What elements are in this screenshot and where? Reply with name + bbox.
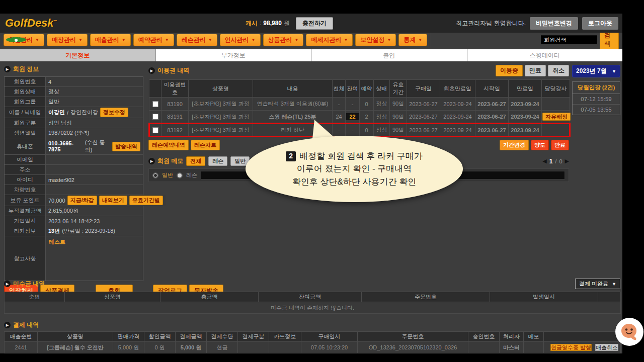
section-arrow-icon: ▶ (148, 67, 155, 74)
menu-hr[interactable]: 인사관리▼ (220, 34, 261, 46)
change-period-button[interactable]: 기간변경 (500, 140, 529, 150)
chat-face-icon (615, 317, 644, 346)
receivables-empty-row: 미수금 내역이 존재하지 않습니다. (5, 302, 621, 314)
receivables-table: 순번 상품명 총금액 잔여금액 주문번호 발생일시 미수금 내역이 존재하지 않… (4, 292, 621, 314)
monthly-visits-box: 당월입장 (2건) 07-12 15:59 07-05 13:55 (572, 81, 620, 115)
cash-info: 캐시 : 98,980 원 충전하기 (246, 14, 333, 33)
chat-widget-button[interactable] (615, 317, 644, 346)
ticket-section-title: 이용권 내역 (157, 66, 189, 75)
remaining-count-badge: 22 (346, 113, 358, 120)
row-checkbox[interactable] (152, 101, 158, 107)
callout-line1: 배정할 회원 검색 후 라커 구매가 (299, 150, 423, 163)
field-note: 참고사항 테스트 (5, 236, 143, 281)
memo-radio-general-label: 일반 (162, 171, 173, 179)
memo-radio-general[interactable] (152, 172, 158, 178)
points-history-button[interactable]: 내역보기 (99, 196, 127, 205)
payments-section: ▶결제 내역 매출순번 상품명 판매가격 할인금액 결제금액 결제수단 결제구분… (4, 321, 620, 353)
field-member-number: 회원번호4 (5, 77, 143, 87)
menu-products[interactable]: 상품관리▼ (263, 34, 304, 46)
menu-messages[interactable]: 메세지관리▼ (306, 34, 353, 46)
lesson-reservation-history-button[interactable]: 레슨예약내역 (148, 140, 189, 150)
callout-line2: 이루어 졌는지 확인 - 구매내역 (297, 162, 412, 175)
tab-extra-info[interactable]: 부가정보 (156, 49, 311, 61)
note-textarea[interactable]: 테스트 (46, 236, 143, 281)
member-search-input[interactable] (541, 35, 597, 44)
memo-filter-lesson[interactable]: 레슨 (208, 156, 227, 166)
chevron-down-icon: ▼ (612, 282, 616, 287)
page-prev-icon[interactable]: ◀ (542, 158, 546, 164)
page-next-icon[interactable]: ▶ (565, 158, 569, 164)
chevron-down-icon: ▼ (35, 38, 39, 42)
tab-basic-info[interactable]: 기본정보 (0, 49, 155, 61)
chevron-down-icon: ▼ (418, 38, 422, 42)
monthly-visits-title: 당월입장 (2건) (573, 82, 620, 94)
memo-radio-lesson[interactable] (177, 172, 183, 178)
field-joined-at: 가입일시2023-06-14 18:42:23 (5, 216, 143, 226)
field-birth: 생년월일19870202 (양력) (5, 128, 143, 138)
field-address: 주소 (5, 165, 143, 175)
app-logo: GolfDesk™ (4, 17, 57, 30)
row-checkbox[interactable] (152, 114, 158, 120)
menu-store[interactable]: 매장관리▼ (47, 34, 88, 46)
visit-entry[interactable]: 07-12 15:59 (573, 94, 620, 105)
tab-entry[interactable]: 출입 (311, 49, 467, 61)
field-total-payment: 누적결제금액2,615,000원 (5, 206, 143, 216)
ticket-row[interactable]: 83190 [초보자P/G] 3개월 과정 연습타석 3개월 이용권(60분) … (149, 98, 570, 111)
chevron-down-icon: ▼ (387, 38, 391, 42)
tab-swing-data[interactable]: 스윙데이터 (467, 49, 623, 61)
row-checkbox[interactable] (152, 127, 158, 133)
free-assign-button[interactable]: 자유배정 (542, 113, 571, 121)
ticket-row-highlighted[interactable]: 83192 [초보자P/G] 3개월 과정 라커 하단 - - 0 정상 90일… (149, 124, 570, 137)
memo-title: 회원 메모 (157, 157, 183, 165)
change-password-button[interactable]: 비밀번호변경 (530, 17, 578, 30)
payment-row[interactable]: 2441 [그룹레슨] 월수 오전반 5,000 원 0 원 5,000 원 현… (5, 342, 621, 353)
instruction-callout: 2 배정할 회원 검색 후 라커 구매가 이루어 졌는지 확인 - 구매내역 확… (246, 136, 463, 202)
send-history-button[interactable]: 발송내역 (112, 142, 140, 151)
chevron-down-icon: ▼ (165, 38, 169, 42)
points-adjust-button[interactable]: 지급/차감 (67, 196, 97, 205)
expire-button[interactable]: 만료 (551, 140, 569, 150)
field-locker: 라커정보 13번(만료일 : 2023-09-18) (5, 226, 143, 236)
visit-entry[interactable]: 07-05 13:55 (573, 105, 620, 115)
receivables-section: ▶미수금 내역 결제 미완료▼ 순번 상품명 총금액 잔여금액 주문번호 발생일… (4, 279, 620, 314)
section-arrow-icon: ▶ (4, 281, 11, 287)
charge-button[interactable]: 충전하기 (296, 17, 333, 30)
menu-security[interactable]: 보안설정▼ (355, 34, 396, 46)
payment-status-select[interactable]: 결제 미완료▼ (575, 279, 620, 289)
points-expiry-button[interactable]: 유효기간별 (129, 196, 163, 205)
page-total: 0 (559, 158, 562, 164)
cash-receipt-button[interactable]: 현금영수증 발행 (550, 344, 592, 351)
tickets-header-row: 이용권번호 상품명 내용 전체 잔여 예약 상태 유효기간 구매일 최초만료일 … (149, 80, 570, 98)
search-button[interactable]: 검색 (600, 30, 619, 50)
menu-statistics[interactable]: 통계▼ (398, 34, 427, 46)
step-number-badge: 2 (286, 151, 296, 161)
logout-button[interactable]: 로그아웃 (582, 17, 618, 30)
filter-cancelled-button[interactable]: 취소 (548, 65, 569, 76)
edit-info-button[interactable]: 정보수정 (100, 108, 128, 117)
field-name-nickname: 이름 / 닉네임 이강민/강인한이강정보수정 (5, 107, 143, 118)
payments-title: 결제 내역 (13, 321, 39, 329)
cash-value: 98,980 (263, 20, 282, 27)
receivables-title: 미수금 내역 (13, 280, 45, 288)
chevron-down-icon: ▼ (122, 38, 126, 42)
chevron-down-icon: ▼ (78, 38, 83, 42)
field-member-status: 회원상태정상 (5, 87, 143, 97)
filter-active-button[interactable]: 이용중 (496, 65, 523, 76)
field-user-id: 아이디master902 (5, 175, 143, 185)
menu-sales[interactable]: 매출관리▼ (90, 34, 131, 46)
memo-filter-all[interactable]: 전체 (186, 156, 205, 166)
chevron-down-icon: ▼ (612, 69, 616, 74)
app-window: GolfDesk™ 캐시 : 98,980 원 충전하기 최고관리자님 환영합니… (0, 14, 622, 353)
menu-reservation[interactable]: 예약관리▼ (133, 34, 174, 46)
filter-expired-button[interactable]: 만료 (525, 65, 546, 76)
logo-golfball-icon (15, 39, 18, 42)
lesson-chart-button[interactable]: 레슨차트 (191, 140, 220, 150)
member-info-title: 회원 정보 (13, 65, 39, 73)
main-menu: 회원관리▼ 매장관리▼ 매출관리▼ 예약관리▼ 레슨관리▼ 인사관리▼ 상품관리… (0, 33, 622, 47)
receivables-empty-message: 미수금 내역이 존재하지 않습니다. (5, 302, 621, 314)
ticket-row[interactable]: 83191 [초보자P/G] 3개월 과정 스윙 레슨(TL) 25분 24 2… (149, 111, 570, 124)
menu-lesson[interactable]: 레슨관리▼ (177, 34, 217, 46)
section-arrow-icon: ▶ (148, 158, 155, 164)
transfer-button[interactable]: 양도 (531, 140, 549, 150)
month-select[interactable]: 2023년 7월▼ (572, 65, 620, 77)
